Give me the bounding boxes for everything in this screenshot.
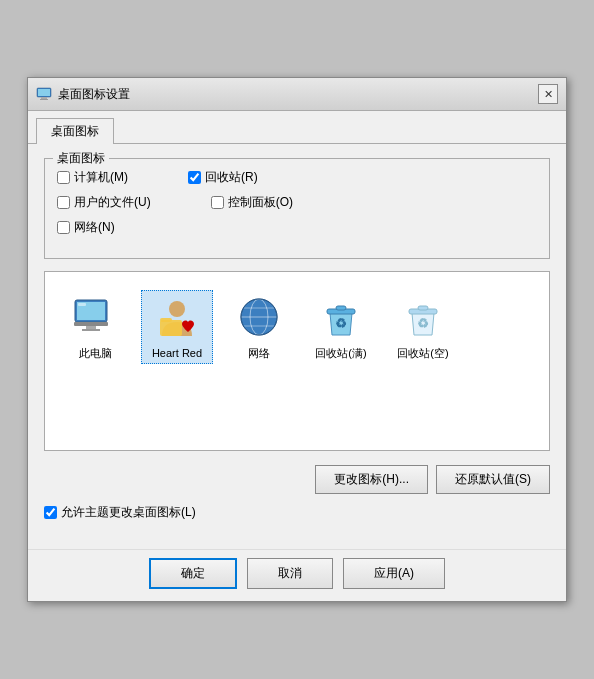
group-label: 桌面图标 (53, 150, 109, 167)
allow-theme-checkbox[interactable] (44, 506, 57, 519)
checkbox-network-label: 网络(N) (74, 219, 115, 236)
checkbox-computer[interactable]: 计算机(M) (57, 169, 128, 186)
svg-rect-6 (74, 322, 108, 326)
icon-item-pc[interactable]: 此电脑 (59, 290, 131, 365)
icon-item-recycle-full[interactable]: ♻ 回收站(满) (305, 290, 377, 365)
checkbox-user-input[interactable] (57, 196, 70, 209)
checkbox-network[interactable]: 网络(N) (57, 219, 115, 236)
user-icon (153, 295, 201, 343)
close-button[interactable]: ✕ (538, 84, 558, 104)
title-bar: 桌面图标设置 ✕ (28, 78, 566, 111)
recycle-empty-icon: ♻ (399, 294, 447, 342)
icon-label-heart-red: Heart Red (152, 347, 202, 359)
checkbox-user[interactable]: 用户的文件(U) (57, 194, 151, 211)
icon-item-recycle-empty[interactable]: ♻ 回收站(空) (387, 290, 459, 365)
checkbox-row-2: 用户的文件(U) 控制面板(O) (57, 194, 537, 211)
checkbox-row-1: 计算机(M) 回收站(R) (57, 169, 537, 186)
checkbox-user-label: 用户的文件(U) (74, 194, 151, 211)
restore-default-button[interactable]: 还原默认值(S) (436, 465, 550, 494)
window-title: 桌面图标设置 (58, 86, 130, 103)
icon-list: 此电脑 (55, 286, 539, 369)
icon-list-box: 此电脑 (44, 271, 550, 451)
icon-label-recycle-full: 回收站(满) (315, 346, 366, 361)
svg-rect-2 (41, 97, 47, 99)
content-area: 桌面图标 计算机(M) 回收站(R) 用户的文件(U) 控制面 (28, 144, 566, 549)
svg-rect-23 (418, 306, 428, 310)
svg-rect-11 (160, 320, 182, 336)
checkbox-computer-label: 计算机(M) (74, 169, 128, 186)
svg-rect-3 (40, 99, 48, 100)
checkbox-recycle-input[interactable] (188, 171, 201, 184)
svg-text:♻: ♻ (417, 316, 429, 331)
svg-rect-9 (78, 303, 86, 306)
allow-theme-row: 允许主题更改桌面图标(L) (44, 504, 550, 521)
allow-theme-label: 允许主题更改桌面图标(L) (61, 504, 196, 521)
change-icon-button[interactable]: 更改图标(H)... (315, 465, 428, 494)
checkbox-row-3: 网络(N) (57, 219, 537, 236)
svg-rect-7 (86, 326, 96, 329)
main-window: 桌面图标设置 ✕ 桌面图标 桌面图标 计算机(M) 回收站(R) (27, 77, 567, 602)
checkbox-control-label: 控制面板(O) (228, 194, 293, 211)
svg-point-10 (169, 301, 185, 317)
window-icon (36, 86, 52, 102)
title-bar-left: 桌面图标设置 (36, 86, 130, 103)
icon-label-pc: 此电脑 (79, 346, 112, 361)
icon-action-buttons: 更改图标(H)... 还原默认值(S) (44, 465, 550, 494)
footer-buttons: 确定 取消 应用(A) (28, 549, 566, 601)
ok-button[interactable]: 确定 (149, 558, 237, 589)
svg-rect-1 (38, 89, 50, 96)
svg-rect-12 (160, 318, 172, 322)
pc-icon (71, 294, 119, 342)
icon-item-network[interactable]: 网络 (223, 290, 295, 365)
checkbox-computer-input[interactable] (57, 171, 70, 184)
svg-rect-20 (336, 306, 346, 310)
network-icon (235, 294, 283, 342)
recycle-full-icon: ♻ (317, 294, 365, 342)
checkbox-network-input[interactable] (57, 221, 70, 234)
cancel-button[interactable]: 取消 (247, 558, 333, 589)
checkbox-control[interactable]: 控制面板(O) (211, 194, 293, 211)
checkbox-recycle-label: 回收站(R) (205, 169, 258, 186)
tab-bar: 桌面图标 (28, 111, 566, 144)
svg-text:♻: ♻ (335, 316, 347, 331)
svg-rect-8 (82, 329, 100, 331)
checkbox-control-input[interactable] (211, 196, 224, 209)
tab-desktop-icons[interactable]: 桌面图标 (36, 118, 114, 144)
checkbox-recycle[interactable]: 回收站(R) (188, 169, 258, 186)
icon-label-network: 网络 (248, 346, 270, 361)
apply-button[interactable]: 应用(A) (343, 558, 445, 589)
desktop-icons-group: 桌面图标 计算机(M) 回收站(R) 用户的文件(U) 控制面 (44, 158, 550, 259)
icon-item-heart-red[interactable]: Heart Red (141, 290, 213, 364)
icon-label-recycle-empty: 回收站(空) (397, 346, 448, 361)
